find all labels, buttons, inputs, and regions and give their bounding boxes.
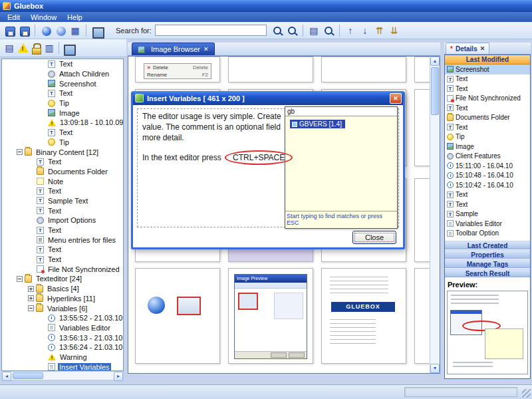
scroll-right-button[interactable]: ▸ bbox=[114, 372, 123, 381]
tree-item[interactable]: 13:56:13 - 21.03.10 bbox=[2, 332, 123, 342]
tree-item[interactable]: Note bbox=[2, 176, 123, 186]
tree-item[interactable]: Insert Variables bbox=[2, 362, 123, 371]
tree-item[interactable]: −Binary Content [12] bbox=[2, 147, 123, 157]
tab-close-icon[interactable]: ✕ bbox=[203, 46, 209, 53]
details-item[interactable]: 15:11:00 - 16.04.10 bbox=[445, 161, 530, 171]
tree-item[interactable]: Tip bbox=[2, 98, 123, 108]
scroll-track[interactable] bbox=[43, 372, 114, 380]
section-header-properties[interactable]: Properties bbox=[445, 250, 530, 259]
dialog-close-button[interactable]: ✕ bbox=[390, 93, 402, 104]
tree-item[interactable]: Variables Editor bbox=[2, 323, 123, 333]
autocomplete-selected-item[interactable]: GBVERS [1.4] bbox=[290, 120, 345, 128]
details-item[interactable]: File Not Synchronized bbox=[445, 94, 530, 104]
move-up-icon[interactable]: ↑ bbox=[344, 24, 357, 37]
section-header-last-modified[interactable]: Last Modified bbox=[445, 55, 530, 65]
tab-details[interactable]: * Details ✕ bbox=[446, 43, 489, 54]
tree-item[interactable]: Text bbox=[2, 205, 123, 215]
menu-item-edit[interactable]: Edit bbox=[3, 13, 25, 21]
find-next-icon[interactable] bbox=[285, 24, 299, 37]
tree-item[interactable]: −Variables [6] bbox=[2, 303, 123, 313]
tree-item[interactable]: 13:09:18 - 10.10.09 bbox=[2, 118, 123, 128]
tree-item[interactable]: −Texteditor [24] bbox=[2, 274, 123, 284]
tree-hscrollbar[interactable]: ◂ ▸ bbox=[1, 371, 124, 380]
resize-grip[interactable] bbox=[522, 389, 531, 398]
stack-icon[interactable]: ▥ bbox=[43, 41, 56, 55]
tree-item[interactable]: Sample Text bbox=[2, 196, 123, 206]
thumbnail-card[interactable] bbox=[414, 57, 430, 82]
tab-close-icon[interactable]: ✕ bbox=[480, 45, 485, 52]
tree-item[interactable]: Text bbox=[2, 245, 123, 255]
tree-item[interactable]: Text bbox=[2, 186, 123, 196]
zoom-page-icon[interactable] bbox=[322, 24, 335, 37]
menu-item-window[interactable]: Window bbox=[26, 13, 61, 21]
tree-collapse-icon[interactable]: − bbox=[28, 305, 34, 311]
tree-item[interactable]: Screenshot bbox=[2, 78, 123, 88]
details-item[interactable]: Toolbar Option bbox=[445, 229, 530, 239]
scroll-down-button[interactable]: ▾ bbox=[430, 364, 440, 373]
tree-item[interactable]: Image bbox=[2, 108, 123, 118]
monitor-icon[interactable] bbox=[62, 41, 78, 55]
details-item[interactable]: Documents Folder bbox=[445, 113, 530, 123]
details-item[interactable]: Tip bbox=[445, 132, 530, 142]
title-bar[interactable]: Gluebox bbox=[0, 0, 532, 12]
warning-icon[interactable] bbox=[16, 41, 29, 55]
close-button[interactable]: Close bbox=[352, 231, 396, 244]
screen-capture-icon[interactable] bbox=[90, 24, 106, 37]
tree-expand-icon[interactable]: + bbox=[28, 295, 34, 301]
dialog-title-bar[interactable]: Insert Variables [ 461 x 200 ] ✕ bbox=[133, 91, 403, 105]
tree-item[interactable]: Text bbox=[2, 225, 123, 235]
tab-image-browser[interactable]: Image Browser ✕ bbox=[132, 43, 215, 55]
menu-item-help[interactable]: Help bbox=[63, 13, 87, 21]
move-top-icon[interactable]: ⇈ bbox=[373, 24, 386, 37]
tree-item[interactable]: Tip bbox=[2, 138, 123, 148]
scroll-track[interactable] bbox=[430, 116, 440, 364]
thumbnail-card[interactable] bbox=[228, 57, 313, 82]
sync-icon[interactable] bbox=[54, 24, 67, 37]
lock-icon[interactable] bbox=[29, 41, 43, 55]
section-header-manage-tags[interactable]: Manage Tags bbox=[445, 259, 530, 268]
details-item[interactable]: Sample bbox=[445, 209, 530, 219]
tree-item[interactable]: Menu entries for files bbox=[2, 235, 123, 245]
notebook-icon[interactable]: ▤ bbox=[3, 41, 16, 55]
tree-item[interactable]: Documents Folder bbox=[2, 167, 123, 177]
details-item[interactable]: Text bbox=[445, 74, 530, 84]
tree-collapse-icon[interactable]: − bbox=[17, 276, 23, 282]
details-item[interactable]: Text bbox=[445, 103, 530, 113]
details-item[interactable]: Text bbox=[445, 84, 530, 94]
details-item[interactable]: Text bbox=[445, 200, 530, 209]
browser-vscrollbar[interactable]: ▴ ▾ bbox=[430, 57, 440, 373]
tree-item[interactable]: 13:55:52 - 21.03.10 bbox=[2, 313, 123, 323]
tree-item[interactable]: +Hyperlinks [11] bbox=[2, 294, 123, 304]
tree-item[interactable]: Text bbox=[2, 88, 123, 98]
thumbnail-card[interactable]: Image Preview bbox=[228, 268, 313, 364]
section-header-last-created[interactable]: Last Created bbox=[445, 241, 530, 249]
thumbnail-card[interactable]: GLUEBOX bbox=[321, 268, 406, 364]
tree-item[interactable]: Text bbox=[2, 255, 123, 265]
tree-item[interactable]: File Not Synchronized bbox=[2, 264, 123, 274]
thumbnail-card[interactable] bbox=[135, 268, 220, 364]
section-header-search-result[interactable]: Search Result bbox=[445, 269, 530, 277]
tree-item[interactable]: Text bbox=[2, 59, 123, 69]
details-item[interactable]: Text bbox=[445, 122, 530, 132]
move-down-icon[interactable]: ↓ bbox=[358, 24, 372, 37]
search-input[interactable] bbox=[155, 25, 267, 36]
tree-item[interactable]: Warning bbox=[2, 352, 123, 362]
thumbnail-card[interactable] bbox=[414, 178, 430, 262]
scroll-thumb[interactable] bbox=[431, 67, 439, 115]
details-item[interactable]: Image bbox=[445, 142, 530, 152]
details-item[interactable]: Variables Editor bbox=[445, 219, 530, 229]
tree-item[interactable]: Text bbox=[2, 128, 123, 138]
web-icon[interactable] bbox=[39, 24, 53, 37]
tree-item[interactable]: Attach Children bbox=[2, 69, 123, 79]
details-item[interactable]: Text bbox=[445, 190, 530, 200]
scroll-thumb[interactable] bbox=[13, 372, 43, 379]
hierarchy-view-icon[interactable]: ▤ bbox=[307, 24, 321, 37]
autocomplete-input[interactable]: gb bbox=[285, 107, 397, 116]
save-icon[interactable] bbox=[3, 24, 16, 37]
scroll-left-button[interactable]: ◂ bbox=[2, 372, 11, 381]
tree-expand-icon[interactable]: + bbox=[28, 286, 34, 292]
find-icon[interactable] bbox=[271, 24, 284, 37]
save-all-icon[interactable] bbox=[17, 24, 31, 37]
thumbnail-card[interactable] bbox=[321, 57, 406, 82]
tree-item[interactable]: Import Options bbox=[2, 215, 123, 225]
